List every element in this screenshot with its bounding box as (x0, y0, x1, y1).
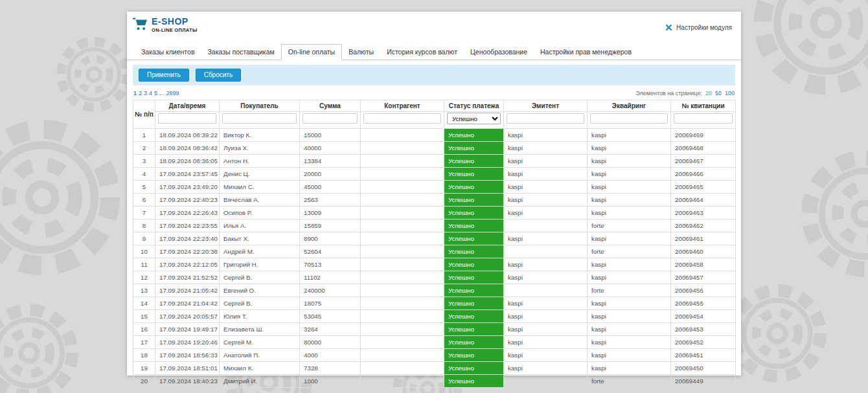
receipt-filter-input[interactable] (674, 113, 733, 124)
cell-contragent (361, 232, 444, 245)
apply-button[interactable]: Применить (139, 69, 189, 82)
table-row: 118.09.2024 08:39:22Виктор К.15000Успешн… (133, 129, 736, 142)
cell-datetime: 18.09.2024 08:36:42 (155, 142, 220, 155)
row-index: 6 (133, 194, 155, 207)
table-row: 1817.09.2024 18:56:33Анатолий П.4000Успе… (133, 349, 736, 362)
cell-emitent: kaspi (504, 129, 588, 142)
cell-emitent: kaspi (504, 297, 588, 310)
tab-currency-history[interactable]: История курсов валют (380, 45, 464, 60)
col-header-receipt: № квитанции (671, 100, 736, 112)
cell-status: Успешно (444, 142, 504, 155)
cell-receipt: 20069464 (671, 194, 736, 207)
row-index: 19 (133, 362, 155, 375)
cell-contragent (361, 207, 444, 219)
cell-receipt: 20069453 (671, 323, 736, 336)
cell-receipt: 20069467 (671, 155, 736, 168)
cell-buyer: Осипов Р. (220, 207, 300, 219)
module-settings-label: Настройки модуля (676, 24, 732, 31)
row-index: 4 (133, 168, 155, 181)
cell-acquiring: kaspi (588, 181, 671, 194)
brand: E-SHOP ON-LINE ОПЛАТЫ (132, 17, 198, 34)
tab-online-payments[interactable]: On-line оплаты (281, 44, 342, 60)
col-header-contragent: Контрагент (361, 100, 444, 112)
table-row: 218.09.2024 08:36:42Луиза Х.40000Успешно… (133, 142, 736, 155)
row-index: 16 (133, 323, 155, 336)
filter-toolbar: Применить Сбросить (133, 65, 735, 85)
cell-acquiring: kaspi (588, 258, 671, 271)
gear-decoration-icon (794, 142, 868, 285)
page-ellipsis: ... (159, 90, 165, 96)
row-index: 18 (133, 349, 155, 362)
table-row: 417.09.2024 23:57:45Денис Ц.20000Успешно… (133, 168, 736, 181)
cell-buyer: Луиза Х. (220, 142, 300, 155)
table-row: 817.09.2024 22:23:55Илья А.15859Успешноf… (133, 219, 736, 232)
cell-acquiring: kaspi (588, 129, 671, 142)
cell-status: Успешно (444, 168, 504, 181)
cell-status: Успешно (444, 245, 504, 258)
table-row: 1117.09.2024 22:12:05Григорий Н.70513Усп… (133, 258, 736, 271)
tab-pricing[interactable]: Ценообразование (464, 45, 534, 60)
col-header-datetime: Дата/время (155, 100, 220, 112)
status-filter-select[interactable]: Успешно (447, 113, 501, 124)
page-number[interactable]: 1 (133, 90, 137, 96)
cell-acquiring: kaspi (588, 323, 671, 336)
row-index: 10 (133, 245, 155, 258)
page-number[interactable]: 4 (149, 90, 152, 96)
datetime-filter-input[interactable] (158, 113, 216, 124)
cell-receipt: 20069456 (671, 284, 736, 297)
page-number[interactable]: 2899 (166, 90, 179, 96)
app-window: E-SHOP ON-LINE ОПЛАТЫ Настройки модуля З… (127, 12, 741, 376)
payments-table: № п/п Дата/время Покупатель Сумма Контра… (133, 100, 736, 388)
cell-buyer: Сергей В. (220, 297, 300, 310)
per-page-option[interactable]: 100 (725, 90, 735, 96)
cell-receipt: 20069463 (671, 207, 736, 219)
cell-amount: 80000 (300, 336, 361, 349)
contragent-filter-input[interactable] (363, 113, 441, 124)
cell-datetime: 18.09.2024 08:39:22 (155, 129, 220, 142)
cell-status: Успешно (444, 258, 504, 271)
row-index: 3 (133, 155, 155, 168)
cell-amount: 15000 (300, 129, 361, 142)
row-index: 20 (133, 375, 155, 388)
cell-acquiring: forte (588, 284, 671, 297)
tab-orders-clients[interactable]: Заказы клиентов (135, 45, 201, 60)
cell-emitent: kaspi (504, 142, 588, 155)
col-header-number: № п/п (133, 100, 155, 129)
cell-status: Успешно (444, 375, 504, 388)
tab-orders-suppliers[interactable]: Заказы поставщикам (201, 45, 280, 60)
cell-emitent: kaspi (504, 362, 588, 375)
page-number[interactable]: 3 (144, 90, 147, 96)
pagination-row: 12345...2899 Элементов на странице:20501… (133, 90, 735, 96)
buyer-filter-input[interactable] (222, 113, 297, 124)
cell-datetime: 17.09.2024 19:49:17 (155, 323, 220, 336)
table-row: 917.09.2024 22:23:40Бакыт Х.8900Успешноk… (133, 232, 736, 245)
page-number[interactable]: 5 (154, 90, 157, 96)
acquiring-filter-input[interactable] (590, 113, 668, 124)
module-settings-link[interactable]: Настройки модуля (665, 23, 732, 32)
cell-receipt: 20069461 (671, 232, 736, 245)
tab-manager-rights[interactable]: Настройки прав менеджеров (534, 45, 638, 60)
cell-acquiring: kaspi (588, 142, 671, 155)
emitent-filter-input[interactable] (507, 113, 584, 124)
per-page-option[interactable]: 50 (715, 90, 722, 96)
cell-emitent: kaspi (504, 310, 588, 323)
cell-acquiring: kaspi (588, 297, 671, 310)
cell-contragent (361, 323, 444, 336)
pagination-pages: 12345...2899 (133, 90, 181, 96)
row-index: 5 (133, 181, 155, 194)
cell-status: Успешно (444, 232, 504, 245)
amount-filter-input[interactable] (303, 113, 358, 124)
page-number[interactable]: 2 (139, 90, 142, 96)
cell-amount: 8900 (300, 232, 361, 245)
tab-currencies[interactable]: Валюты (342, 45, 380, 60)
cell-amount: 7328 (300, 362, 361, 375)
reset-button[interactable]: Сбросить (196, 69, 241, 82)
cell-buyer: Анатолий П. (220, 349, 300, 362)
col-header-buyer: Покупатель (220, 100, 300, 112)
cell-emitent (504, 284, 588, 297)
per-page-option[interactable]: 20 (705, 90, 712, 96)
cell-contragent (361, 284, 444, 297)
cell-datetime: 17.09.2024 18:56:33 (155, 349, 220, 362)
cell-amount: 13009 (300, 207, 361, 219)
cell-emitent: kaspi (504, 207, 588, 219)
